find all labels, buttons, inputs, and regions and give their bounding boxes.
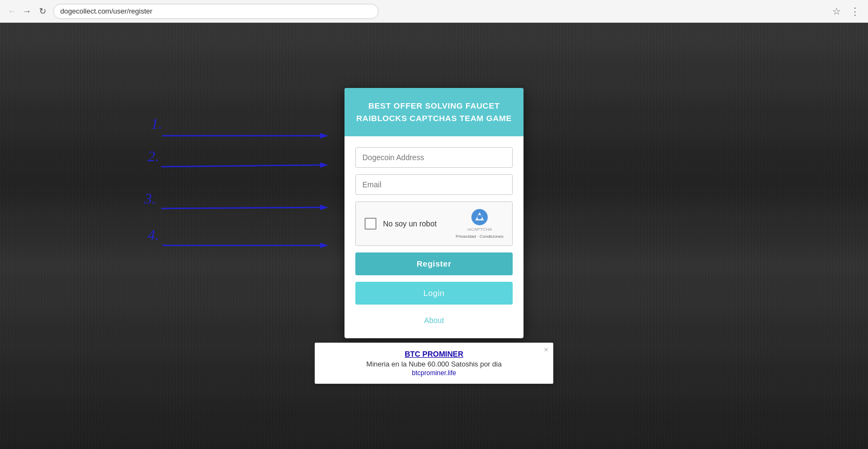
svg-point-13 [477, 215, 482, 219]
reload-button[interactable]: ↻ [36, 5, 49, 18]
register-card: BEST OFFER SOLVING FAUCET RAIBLOCKS CAPT… [344, 88, 524, 338]
recaptcha-brand: reCAPTCHA [467, 227, 492, 232]
card-body: No soy un robot reCAPTCHA Privacidad · [344, 136, 524, 338]
ad-subtitle: Mineria en la Nube 60.000 Satoshis por d… [324, 360, 544, 368]
about-link[interactable]: About [424, 316, 444, 325]
forward-button[interactable]: → [21, 5, 34, 18]
dogecoin-address-input[interactable] [355, 147, 513, 168]
ad-title[interactable]: BTC PROMINER [324, 350, 544, 358]
menu-button[interactable]: ⋮ [847, 4, 863, 19]
card-header: BEST OFFER SOLVING FAUCET RAIBLOCKS CAPT… [344, 88, 524, 136]
address-bar[interactable] [53, 4, 379, 19]
captcha-label: No soy un robot [383, 219, 437, 228]
about-link-container: About [355, 311, 513, 327]
content-area: BEST OFFER SOLVING FAUCET RAIBLOCKS CAPT… [0, 23, 868, 449]
recaptcha-links: Privacidad · Condiciones [456, 234, 503, 239]
captcha-right: reCAPTCHA Privacidad · Condiciones [456, 208, 503, 238]
captcha-box[interactable]: No soy un robot reCAPTCHA Privacidad · [355, 201, 513, 245]
ad-close-button[interactable]: ✕ [544, 346, 548, 353]
back-button[interactable]: ← [5, 5, 18, 18]
register-button[interactable]: Register [355, 252, 513, 275]
login-button[interactable]: Login [355, 282, 513, 305]
captcha-checkbox[interactable] [365, 218, 376, 230]
ad-url[interactable]: btcprominer.life [324, 369, 544, 377]
card-wrapper: BEST OFFER SOLVING FAUCET RAIBLOCKS CAPT… [315, 88, 553, 383]
bookmark-button[interactable]: ☆ [829, 4, 844, 19]
ad-banner: ✕ BTC PROMINER Mineria en la Nube 60.000… [315, 343, 553, 384]
browser-actions: ☆ ⋮ [829, 4, 863, 19]
card-header-title: BEST OFFER SOLVING FAUCET RAIBLOCKS CAPT… [355, 100, 513, 124]
captcha-left: No soy un robot [365, 218, 437, 230]
nav-buttons: ← → ↻ [5, 5, 49, 18]
browser-chrome: ← → ↻ ☆ ⋮ [0, 0, 868, 23]
email-input[interactable] [355, 174, 513, 195]
recaptcha-logo-icon [471, 208, 488, 226]
